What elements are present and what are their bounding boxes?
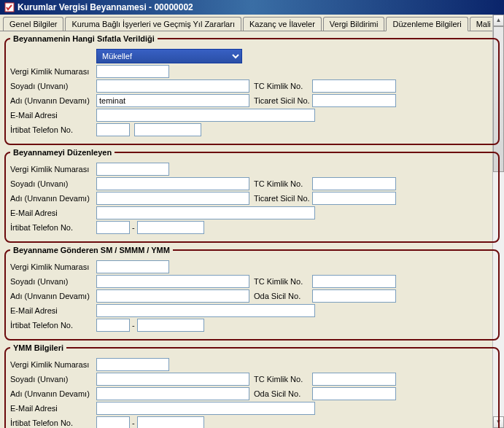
duzenleyen-soyadi-input[interactable] [96,177,249,190]
label-tsn: Ticaret Sicil No. [254,96,312,105]
label-tel: İrtibat Telefon No. [10,125,96,134]
gonderen-tel2-input[interactable] [137,319,204,332]
label-adi: Adı (Unvanın Devamı) [10,96,96,105]
app-icon [4,2,15,12]
label-vkn: Vergi Kimlik Numarası [10,67,96,76]
group-ymm-legend: YMM Bilgileri [10,343,66,352]
window-title: Kurumlar Vergisi Beyannamesi - 00000002 [18,2,193,12]
window-titlebar: Kurumlar Vergisi Beyannamesi - 00000002 [0,0,504,15]
tab-vergi-bildirimi[interactable]: Vergi Bildirimi [323,17,385,31]
duzenleyen-tel1-input[interactable] [96,221,130,234]
group-gonderen: Beyanname Gönderen SM / SMMM / YMM Vergi… [4,246,500,341]
content-area: Beyannamenin Hangi Sıfatla Verildiği Mük… [0,31,504,428]
gonderen-soyadi-input[interactable] [96,275,249,288]
ymm-vkn-input[interactable] [96,358,169,371]
tab-kazanc-ilaveler[interactable]: Kazanç ve İlaveler [243,17,322,31]
sifat-tckn-input[interactable] [312,79,396,93]
gonderen-osn-input[interactable] [312,289,396,303]
ymm-tel1-input[interactable] [96,416,130,428]
ymm-adi-input[interactable] [96,387,249,400]
group-sifat-legend: Beyannamenin Hangi Sıfatla Verildiği [10,34,158,43]
tab-duzenleme-bilgileri[interactable]: Düzenleme Bilgileri [386,17,468,31]
ymm-email-input[interactable] [96,402,315,415]
gonderen-tckn-input[interactable] [312,275,396,288]
sifat-vkn-input[interactable] [96,65,169,78]
label-soyadi: Soyadı (Unvanı) [10,82,96,90]
scroll-up-button[interactable]: ▲ [493,15,504,26]
tab-genel-bilgiler[interactable]: Genel Bilgiler [3,17,63,31]
duzenleyen-email-input[interactable] [96,206,315,219]
ymm-tckn-input[interactable] [312,373,396,386]
sifat-select[interactable]: Mükellef [96,49,242,63]
duzenleyen-vkn-input[interactable] [96,163,169,176]
sifat-tel2-input[interactable] [134,123,201,136]
ymm-osn-input[interactable] [312,387,396,400]
sifat-adi-input[interactable] [96,94,249,107]
tab-kuruma-bagli[interactable]: Kuruma Bağlı İşyerleri ve Geçmiş Yıl Zar… [65,17,241,31]
group-duzenleyen: Beyannameyi Düzenleyen Vergi Kimlik Numa… [4,148,500,243]
group-sifat: Beyannamenin Hangi Sıfatla Verildiği Mük… [4,34,500,145]
sifat-tsn-input[interactable] [312,94,396,107]
gonderen-email-input[interactable] [96,304,315,317]
tab-bar: Genel Bilgiler Kuruma Bağlı İşyerleri ve… [0,15,504,31]
duzenleyen-tel2-input[interactable] [137,221,204,234]
sifat-soyadi-input[interactable] [96,79,249,93]
duzenleyen-tsn-input[interactable] [312,192,396,205]
group-gonderen-legend: Beyanname Gönderen SM / SMMM / YMM [10,246,173,254]
ymm-soyadi-input[interactable] [96,373,249,386]
sifat-tel1-input[interactable] [96,123,130,136]
duzenleyen-tckn-input[interactable] [312,177,396,190]
group-duzenleyen-legend: Beyannameyi Düzenleyen [10,148,115,157]
duzenleyen-adi-input[interactable] [96,192,249,205]
gonderen-vkn-input[interactable] [96,260,169,273]
ymm-tel2-input[interactable] [137,416,204,428]
gonderen-adi-input[interactable] [96,289,249,303]
label-tckn: TC Kimlik No. [254,82,312,90]
label-email: E-Mail Adresi [10,111,96,120]
gonderen-tel1-input[interactable] [96,319,130,332]
sifat-email-input[interactable] [96,109,315,122]
group-ymm: YMM Bilgileri Vergi Kimlik Numarası Soya… [4,343,500,428]
